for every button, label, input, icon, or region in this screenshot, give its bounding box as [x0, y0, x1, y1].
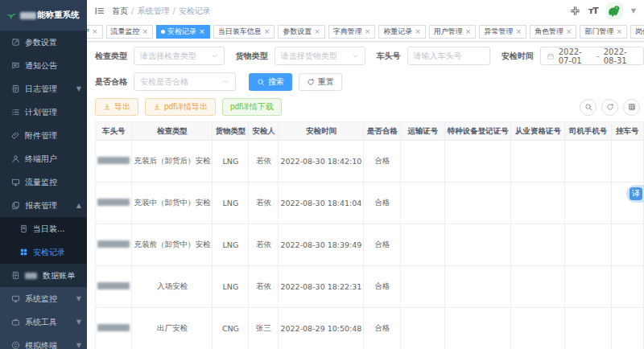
tab-label: 参数设置: [283, 27, 312, 37]
refresh-table-button[interactable]: [601, 99, 618, 116]
caret-down-icon[interactable]: ▼: [631, 7, 636, 14]
cell: [511, 183, 565, 224]
close-icon[interactable]: ×: [616, 27, 622, 35]
search-button[interactable]: 搜索: [249, 73, 292, 91]
sidebar-item-label: 日志管理: [25, 84, 57, 95]
close-icon[interactable]: ×: [92, 27, 98, 35]
report-icon: [11, 201, 20, 210]
sidebar-item-label: 当日装...: [33, 224, 65, 235]
sidebar-menu: 参数设置通知公告日志管理▼计划管理附件管理终端用户流量监控报表管理▲当日装...…: [0, 31, 87, 349]
user-icon: [11, 154, 20, 163]
cell: [565, 308, 611, 349]
tab-角色管理[interactable]: 角色管理×: [530, 25, 577, 39]
head-no-input[interactable]: 请输入车头号: [407, 47, 490, 65]
sidebar-item-label: 系统监控: [25, 294, 57, 305]
tab-当日装车信息[interactable]: 当日装车信息×: [213, 25, 275, 39]
sidebar-item-label: 系统工具: [25, 317, 57, 328]
cell-head-no: [96, 224, 132, 266]
close-icon[interactable]: ×: [365, 27, 371, 35]
cell: LNG: [213, 141, 249, 183]
sidebar-item-label: 通知公告: [25, 60, 57, 72]
cargo-type-placeholder: 请选择货物类型: [281, 51, 337, 62]
cell: [401, 224, 445, 266]
sidebar-item-计划管理[interactable]: 计划管理: [0, 101, 87, 124]
cell: LNG: [213, 266, 249, 308]
sidebar-item-通知公告[interactable]: 通知公告: [0, 54, 87, 77]
translate-widget[interactable]: 译: [626, 185, 644, 203]
cell: 合格: [364, 183, 401, 224]
sidebar-item-安检记录[interactable]: 安检记录: [0, 240, 87, 264]
cell: [445, 183, 511, 224]
sidebar-item-系统工具[interactable]: 系统工具▼: [0, 310, 87, 334]
breadcrumb: 首页 / 系统管理 / 安检记录: [112, 6, 211, 17]
sidebar-item-终端用户[interactable]: 终端用户: [0, 147, 87, 170]
col-header-从业资格证号: 从业资格证号: [511, 122, 565, 141]
active-dot: [161, 30, 165, 34]
close-icon[interactable]: ×: [199, 27, 205, 35]
sidebar-item-参数设置[interactable]: 参数设置: [0, 31, 87, 54]
cell: 合格: [364, 266, 401, 308]
download-icon: [103, 103, 111, 111]
columns-toggle-button[interactable]: [623, 99, 640, 116]
sidebar-item-系统监控[interactable]: 系统监控▼: [0, 287, 87, 310]
col-header-特种设备登记证号: 特种设备登记证号: [445, 122, 511, 141]
content: 检查类型 请选择检查类型 货物类型 请选择货物类型 车头号 请输入车头号 安检时…: [87, 42, 644, 349]
inspection-records-table: 车头号检查类型货物类型安检人安检时间是否合格运输证号特种设备登记证号从业资格证号…: [95, 121, 644, 349]
tab-安检记录[interactable]: 安检记录×: [156, 25, 210, 39]
close-icon[interactable]: ×: [264, 27, 270, 35]
tab-参数设置[interactable]: 参数设置×: [278, 25, 325, 39]
head-no-label: 车头号: [377, 51, 401, 62]
table-row: 充装中（卸货中）安检LNG若依2022-08-30 18:41:04合格: [96, 183, 644, 224]
sidebar-item-模拟终端[interactable]: 模拟终端▼: [0, 334, 87, 349]
toggle-search-button[interactable]: [580, 99, 597, 116]
reset-button[interactable]: 重置: [299, 73, 342, 91]
inspect-time-range-picker[interactable]: 2022-07-01 - 2022-08-31: [540, 47, 644, 65]
tab-流量监控[interactable]: 流量监控×: [106, 25, 154, 39]
tab-称重记录[interactable]: 称重记录×: [378, 25, 426, 39]
avatar[interactable]: [606, 2, 623, 19]
tab-部门管理[interactable]: 部门管理×: [580, 25, 627, 39]
date-separator: -: [597, 51, 600, 60]
pass-select[interactable]: 安检是否合格: [134, 72, 236, 91]
pdf-export-button[interactable]: pdf详情导出: [145, 98, 216, 116]
sidebar-item-label: 流量监控: [25, 177, 57, 188]
check-type-select[interactable]: 请选择检查类型: [134, 47, 225, 65]
tab-字典管理[interactable]: 字典管理×: [328, 25, 376, 39]
pdf-download-button[interactable]: pdf详情下载: [222, 98, 282, 116]
filter-row-1: 检查类型 请选择检查类型 货物类型 请选择货物类型 车头号 请输入车头号 安检时…: [95, 47, 644, 65]
breadcrumb-home[interactable]: 首页: [112, 6, 128, 17]
cell: 充装后（卸货后）安检: [132, 141, 213, 183]
tab-异常管理[interactable]: 异常管理×: [479, 25, 526, 39]
check-type-label: 检查类型: [95, 51, 127, 62]
head-no-placeholder: 请输入车头号: [414, 51, 462, 62]
cell: 2022-08-30 18:39:49: [279, 224, 364, 266]
cell: [401, 308, 445, 349]
sidebar-item-数据账单[interactable]: 数据账单: [0, 264, 87, 287]
sidebar-item-当日装...[interactable]: 当日装...: [0, 217, 87, 240]
export-button[interactable]: 导出: [95, 98, 138, 116]
date-start: 2022-07-01: [559, 47, 592, 65]
redacted-plate: [97, 199, 130, 206]
sidebar-item-流量监控[interactable]: 流量监控: [0, 170, 87, 194]
close-icon[interactable]: ×: [566, 27, 572, 35]
refresh-icon: [606, 103, 614, 111]
sidebar-item-日志管理[interactable]: 日志管理▼: [0, 77, 87, 101]
close-icon[interactable]: ×: [142, 27, 149, 35]
dino-avatar-icon: [607, 4, 621, 18]
tab-户[interactable]: 户×: [87, 25, 103, 39]
tab-用户管理[interactable]: 用户管理×: [429, 25, 477, 39]
redacted-plate: [97, 240, 130, 248]
close-icon[interactable]: ×: [515, 27, 522, 35]
close-icon[interactable]: ×: [415, 27, 421, 35]
font-size-icon[interactable]: тT: [588, 6, 598, 16]
fullscreen-icon[interactable]: [570, 6, 580, 16]
close-icon[interactable]: ×: [465, 27, 472, 35]
cargo-type-select[interactable]: 请选择货物类型: [275, 47, 365, 65]
close-icon[interactable]: ×: [314, 27, 320, 35]
tools-icon: [11, 318, 20, 326]
sidebar-item-label: 安检记录: [33, 247, 65, 258]
collapse-menu-icon[interactable]: [94, 6, 105, 16]
sidebar-item-报表管理[interactable]: 报表管理▲: [0, 194, 87, 217]
sidebar-item-附件管理[interactable]: 附件管理: [0, 124, 87, 147]
tab-岗位管理[interactable]: 岗位管理×: [630, 25, 644, 39]
